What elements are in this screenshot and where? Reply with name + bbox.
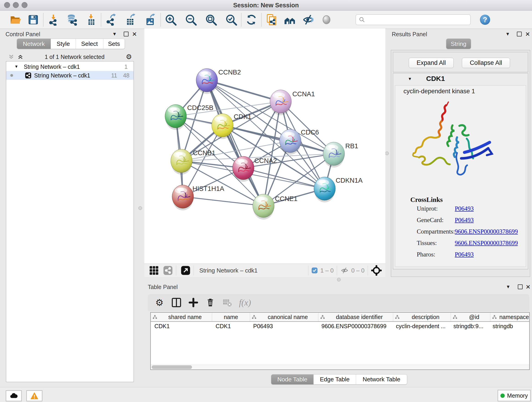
network-node-ccnb1[interactable] <box>171 149 192 175</box>
table-cell[interactable]: 9606.ENSP00000378699 <box>318 323 392 330</box>
expand-all-icon[interactable] <box>17 54 23 60</box>
network-node-ccna1[interactable] <box>270 90 291 115</box>
table-panel-maximize-button[interactable] <box>518 284 523 289</box>
cloud-status-button[interactable] <box>6 390 22 401</box>
export-table-button[interactable] <box>125 13 137 26</box>
tab-edge-table[interactable]: Edge Table <box>314 375 356 384</box>
crosslink-value-link[interactable]: P06493 <box>455 217 474 224</box>
open-session-button[interactable] <box>9 13 22 26</box>
control-panel-close-button[interactable]: ✕ <box>132 31 137 38</box>
results-panel-float-button[interactable]: ▼ <box>505 32 510 37</box>
network-node-ccnb2[interactable] <box>196 69 218 94</box>
network-node-cdk1[interactable] <box>212 114 233 139</box>
collapse-all-button[interactable]: Collapse All <box>462 58 510 68</box>
import-network-file-button[interactable] <box>47 13 60 26</box>
left-splitter-handle[interactable] <box>138 206 142 210</box>
hide-selected-button[interactable] <box>302 13 314 26</box>
results-panel-close-button[interactable]: ✕ <box>525 31 530 38</box>
crosslink-value-link[interactable]: 9606.ENSP00000378699 <box>455 228 518 235</box>
delete-column-icon[interactable] <box>205 297 215 308</box>
network-view-toggle-icon[interactable] <box>163 266 173 275</box>
save-session-button[interactable] <box>27 13 39 26</box>
column-header[interactable]: @id <box>451 313 490 321</box>
network-node-cdc25b[interactable] <box>165 104 186 130</box>
import-network-database-button[interactable] <box>66 13 78 26</box>
column-header[interactable]: description <box>393 313 451 321</box>
delete-table-icon[interactable] <box>222 297 233 308</box>
tab-sets[interactable]: Sets <box>103 39 125 49</box>
network-row-selected[interactable]: String Network – cdk1 11 48 <box>6 71 133 80</box>
apply-layout-button[interactable] <box>245 13 258 26</box>
table-panel-float-button[interactable]: ▼ <box>506 284 510 289</box>
network-node-cdkn1a[interactable] <box>314 177 336 202</box>
gene-details: cyclin-dependent kinase 1 <box>395 85 526 267</box>
crosslink-value-link[interactable]: P06493 <box>455 205 474 212</box>
crosslink-value-link[interactable]: P06493 <box>455 251 474 258</box>
function-builder-icon[interactable]: f(x) <box>239 297 251 308</box>
zoom-selected-button[interactable] <box>225 13 237 26</box>
zoom-out-button[interactable] <box>185 13 197 26</box>
column-header[interactable]: namespace <box>490 313 530 321</box>
memory-button[interactable]: Memory <box>498 390 531 401</box>
collection-expand-arrow[interactable]: ▼ <box>14 64 18 69</box>
network-node-hist1h1a[interactable] <box>172 185 194 211</box>
selected-checkbox-icon[interactable] <box>312 268 317 274</box>
column-header[interactable]: canonical name <box>250 313 318 321</box>
table-panel-close-button[interactable]: ✕ <box>526 283 531 291</box>
tab-network[interactable]: Network <box>17 39 51 49</box>
cloud-icon <box>9 392 18 399</box>
network-collection-row[interactable]: ▼ String Network – cdk1 1 <box>6 61 133 71</box>
expand-all-button[interactable]: Expand All <box>409 58 454 68</box>
table-cell[interactable]: cyclin-dependent ... <box>392 323 450 330</box>
import-table-button[interactable] <box>85 13 97 26</box>
tab-style[interactable]: Style <box>51 39 76 49</box>
network-node-ccna2[interactable] <box>233 156 254 182</box>
tab-network-table[interactable]: Network Table <box>356 375 407 384</box>
tab-node-table[interactable]: Node Table <box>271 375 314 384</box>
horizontal-scrollbar[interactable] <box>151 365 529 370</box>
export-network-button[interactable] <box>105 13 117 26</box>
table-row[interactable]: CDK1CDK1P064939606.ENSP00000378699cyclin… <box>151 322 529 331</box>
table-settings-gear-icon[interactable]: ⚙ <box>154 297 165 308</box>
column-header[interactable]: name <box>212 313 250 321</box>
results-panel-maximize-button[interactable] <box>517 32 522 36</box>
help-button[interactable]: ? <box>479 13 491 26</box>
table-cell[interactable]: P06493 <box>249 323 318 330</box>
zoom-fit-button[interactable] <box>205 13 217 26</box>
zoom-in-button[interactable] <box>165 13 177 26</box>
network-node-cdc6[interactable] <box>279 129 301 155</box>
network-node-rb1[interactable] <box>323 142 345 167</box>
tab-string[interactable]: String <box>446 39 471 49</box>
show-columns-icon[interactable] <box>171 297 182 308</box>
gene-collapse-arrow[interactable]: ▼ <box>408 77 412 81</box>
control-panel-float-button[interactable]: ▼ <box>112 32 117 37</box>
table-cell[interactable]: CDK1 <box>212 323 249 330</box>
table-cell[interactable]: stringdb <box>489 323 529 330</box>
new-network-from-selection-button[interactable] <box>265 13 278 26</box>
birdseye-toggle-icon[interactable] <box>181 266 190 275</box>
network-node-ccne1[interactable] <box>253 194 274 220</box>
warning-status-button[interactable] <box>26 390 42 401</box>
crosslink-value-link[interactable]: 9606.ENSP00000378699 <box>455 240 518 247</box>
column-header[interactable]: database identifier <box>318 313 393 321</box>
grid-view-icon[interactable] <box>149 265 159 275</box>
add-column-icon[interactable] <box>188 297 199 308</box>
collapse-all-icon[interactable] <box>8 54 14 60</box>
search-input[interactable] <box>367 15 470 24</box>
network-edge[interactable] <box>183 197 264 206</box>
scrollbar-thumb[interactable] <box>152 365 192 369</box>
crosshair-icon[interactable] <box>371 265 382 276</box>
table-cell[interactable]: stringdb:9... <box>450 323 489 330</box>
tab-select[interactable]: Select <box>76 39 103 49</box>
table-cell[interactable]: CDK1 <box>151 323 212 330</box>
network-canvas[interactable]: CCNB2CCNA1CDC25BCDK1CDC6RB1CCNB1CCNA2CDK… <box>144 29 385 264</box>
first-neighbors-button[interactable] <box>284 13 296 26</box>
column-header[interactable]: shared name <box>151 313 212 321</box>
export-image-button[interactable] <box>144 13 157 26</box>
network-edge[interactable] <box>207 80 281 102</box>
horizontal-splitter-handle[interactable] <box>337 278 341 281</box>
network-options-gear-icon[interactable]: ⚙ <box>126 53 132 60</box>
toolbar-separator <box>101 13 101 26</box>
control-panel-maximize-button[interactable] <box>124 32 128 36</box>
show-all-button[interactable] <box>320 13 333 26</box>
